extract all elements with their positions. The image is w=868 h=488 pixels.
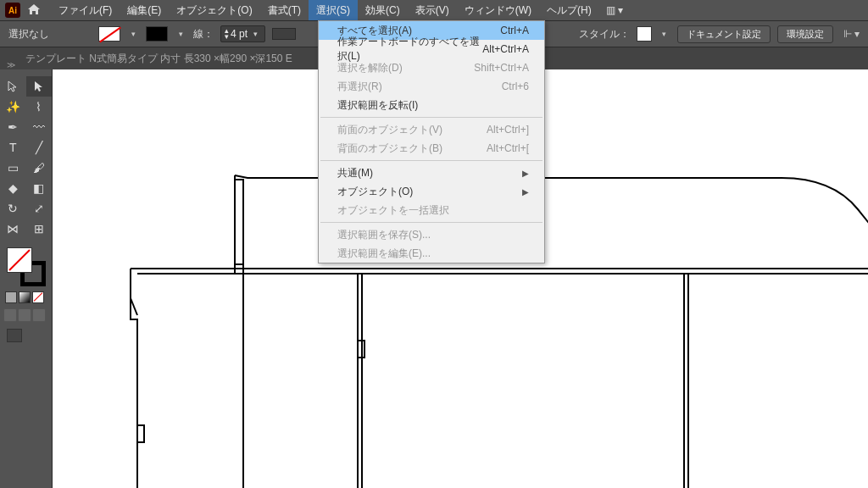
type-tool[interactable]: T [0, 137, 26, 158]
free-transform-tool[interactable]: ⊞ [26, 219, 53, 239]
menu-item: 再選択(R)Ctrl+6 [319, 77, 544, 96]
selection-tool[interactable] [0, 76, 26, 97]
menu-item: オブジェクトを一括選択 [319, 201, 544, 219]
selection-label: 選択なし [8, 27, 49, 42]
menu-item: 選択範囲を保存(S)... [319, 225, 544, 244]
align-icon[interactable]: ⊩ ▾ [843, 28, 860, 40]
screen-mode[interactable] [7, 329, 52, 342]
stepper-icon[interactable]: ▴▾ [225, 28, 229, 40]
shaper-tool[interactable]: ◆ [0, 178, 26, 198]
dash-preview[interactable] [272, 28, 296, 40]
weight-dropdown-icon[interactable]: ▾ [249, 28, 261, 40]
menu-type[interactable]: 書式(T) [260, 0, 309, 20]
color-mode-solid[interactable] [5, 291, 17, 303]
width-tool[interactable]: ⋈ [0, 219, 26, 239]
draw-inside[interactable] [32, 308, 46, 322]
select-menu-dropdown: すべてを選択(A)Ctrl+A作業アートボードのすべてを選択(L)Alt+Ctr… [318, 20, 545, 263]
document-tab[interactable]: テンプレート N式簡易タイプ 内寸 長330 ×幅290 ×深150 E [19, 48, 299, 69]
line-tool[interactable]: ╱ [26, 137, 53, 158]
menu-item: 背面のオブジェクト(B)Alt+Ctrl+[ [319, 139, 544, 158]
menu-item: 選択範囲を編集(E)... [319, 244, 544, 263]
menu-select[interactable]: 選択(S) [309, 0, 358, 20]
app-icon: Ai [5, 3, 20, 18]
fill-color-swatch[interactable] [7, 247, 32, 273]
stroke-weight-value: 4 pt [231, 28, 248, 40]
menu-item[interactable]: 共通(M)▶ [319, 164, 544, 182]
style-label: スタイル： [579, 27, 630, 42]
menu-bar: Ai ファイル(F) 編集(E) オブジェクト(O) 書式(T) 選択(S) 効… [0, 0, 868, 20]
color-mode-gradient[interactable] [19, 291, 31, 303]
stroke-label: 線： [193, 27, 214, 42]
tools-panel: ✨ ⌇ ✒ 〰 T ╱ ▭ 🖌 ◆ ◧ ↻ ⤢ ⋈ ⊞ [0, 69, 53, 488]
stroke-dropdown-icon[interactable]: ▾ [175, 28, 186, 40]
menu-item[interactable]: 作業アートボードのすべてを選択(L)Alt+Ctrl+A [319, 40, 544, 58]
menu-item: 前面のオブジェクト(V)Alt+Ctrl+] [319, 120, 544, 139]
fill-swatch[interactable] [98, 26, 120, 42]
rotate-tool[interactable]: ↻ [0, 198, 26, 219]
draw-mode-row [3, 308, 52, 322]
draw-behind[interactable] [18, 308, 31, 322]
arrange-docs-icon[interactable]: ▥ ▾ [606, 4, 623, 16]
style-dropdown-icon[interactable]: ▾ [659, 28, 670, 40]
magic-wand-tool[interactable]: ✨ [0, 97, 26, 117]
color-mode-none[interactable] [32, 291, 44, 303]
menu-edit[interactable]: 編集(E) [120, 0, 169, 20]
stroke-swatch[interactable] [146, 26, 168, 42]
color-mode-row [5, 291, 52, 303]
lasso-tool[interactable]: ⌇ [26, 97, 53, 117]
direct-selection-tool[interactable] [26, 76, 53, 97]
menu-help[interactable]: ヘルプ(H) [539, 0, 599, 20]
document-setup-button[interactable]: ドキュメント設定 [677, 25, 771, 43]
fill-dropdown-icon[interactable]: ▾ [127, 28, 139, 40]
style-swatch[interactable] [637, 26, 652, 42]
color-swatches[interactable] [7, 247, 46, 286]
menu-file[interactable]: ファイル(F) [51, 0, 120, 20]
paintbrush-tool[interactable]: 🖌 [26, 158, 53, 178]
rectangle-tool[interactable]: ▭ [0, 158, 26, 178]
menu-effect[interactable]: 効果(C) [358, 0, 408, 20]
menu-window[interactable]: ウィンドウ(W) [457, 0, 539, 20]
draw-normal[interactable] [3, 308, 17, 322]
eraser-tool[interactable]: ◧ [26, 178, 53, 198]
home-icon[interactable] [27, 3, 41, 18]
scale-tool[interactable]: ⤢ [26, 198, 53, 219]
menu-item[interactable]: 選択範囲を反転(I) [319, 96, 544, 114]
expand-arrow-icon[interactable]: ≫ [7, 60, 15, 69]
menu-view[interactable]: 表示(V) [408, 0, 457, 20]
menu-item[interactable]: オブジェクト(O)▶ [319, 182, 544, 201]
stroke-weight-field[interactable]: ▴▾ 4 pt ▾ [220, 25, 265, 42]
preferences-button[interactable]: 環境設定 [777, 25, 833, 43]
curvature-tool[interactable]: 〰 [26, 117, 53, 137]
pen-tool[interactable]: ✒ [0, 117, 26, 137]
menu-object[interactable]: オブジェクト(O) [169, 0, 259, 20]
